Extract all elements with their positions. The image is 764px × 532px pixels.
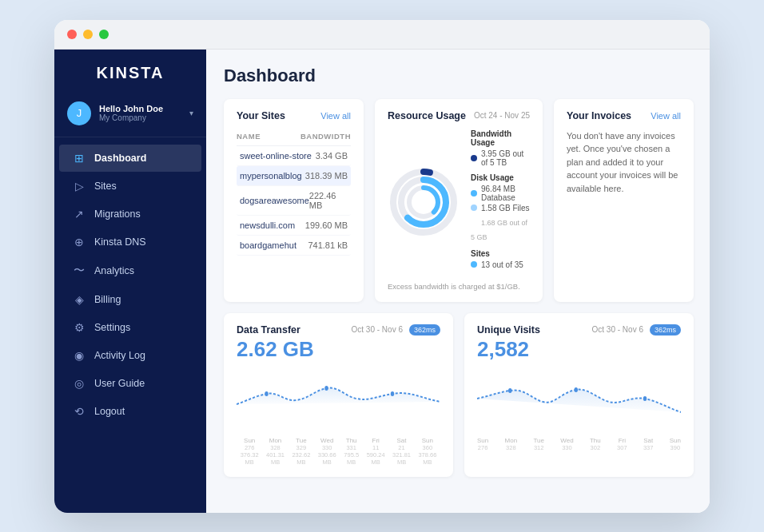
- disk-files-dot: [471, 204, 477, 211]
- resource-content: Bandwidth Usage 3.95 GB out of 5 TB Disk…: [388, 129, 530, 276]
- disk-db-dot: [471, 190, 477, 197]
- sidebar-item-user-guide[interactable]: ◎ User Guide: [59, 370, 201, 397]
- top-row: Your Sites View all NAME BANDWIDTH sweet…: [224, 99, 694, 302]
- disk-files-value: 1.58 GB Files: [481, 204, 530, 212]
- invoices-view-all[interactable]: View all: [651, 111, 681, 121]
- sidebar-item-analytics[interactable]: 〜 Analytics: [59, 256, 201, 285]
- unique-visits-card: Unique Visits Oct 30 - Nov 6 362ms 2,582: [464, 313, 694, 477]
- axis-label: Fri307: [617, 437, 627, 451]
- svg-point-6: [265, 391, 269, 396]
- your-sites-title: Your Sites: [237, 110, 285, 121]
- sidebar-label-settings: Settings: [94, 322, 130, 333]
- browser-chrome: [54, 20, 710, 50]
- dashboard-icon: ⊞: [72, 152, 86, 165]
- axis-label: Mon328: [505, 437, 518, 451]
- bandwidth-legend-group: Bandwidth Usage 3.95 GB out of 5 TB: [471, 129, 530, 167]
- legend-item: 96.84 MB Database: [471, 185, 530, 202]
- your-sites-header: Your Sites View all: [237, 110, 351, 121]
- sidebar-label-analytics: Analytics: [94, 265, 134, 276]
- sidebar-item-billing[interactable]: ◈ Billing: [59, 286, 201, 313]
- sites-icon: ▷: [72, 180, 86, 193]
- sites-value: 13 out of 35: [481, 260, 523, 269]
- data-transfer-header: Data Transfer Oct 30 - Nov 6 362ms: [237, 324, 440, 335]
- sidebar-item-kinsta-dns[interactable]: ⊕ Kinsta DNS: [59, 228, 201, 256]
- user-company: My Company: [99, 113, 181, 122]
- table-row[interactable]: mypersonalblog 318.39 MB: [237, 166, 351, 186]
- donut-chart: [388, 166, 460, 238]
- svg-point-11: [643, 396, 647, 401]
- data-transfer-value: 2.62 GB: [237, 337, 440, 362]
- sidebar: Kinsta J Hello John Doe My Company ▾ ⊞ D…: [54, 50, 206, 513]
- disk-legend-group: Disk Usage 96.84 MB Database 1.58 GB Fil…: [471, 173, 530, 243]
- bandwidth-legend-title: Bandwidth Usage: [471, 129, 530, 147]
- app-container: Kinsta J Hello John Doe My Company ▾ ⊞ D…: [54, 50, 710, 513]
- data-transfer-card: Data Transfer Oct 30 - Nov 6 362ms 2.62 …: [224, 313, 453, 477]
- settings-icon: ⚙: [72, 321, 86, 334]
- invoices-title: Your Invoices: [567, 110, 631, 121]
- axis-label: Tue329232.62 MB: [288, 437, 314, 466]
- sidebar-user[interactable]: J Hello John Doe My Company ▾: [54, 93, 206, 137]
- col-name: NAME: [237, 132, 261, 141]
- disk-total: 1.68 GB out of 5 GB: [471, 219, 527, 241]
- axis-label: Mon328401.31 MB: [262, 437, 288, 466]
- analytics-icon: 〜: [72, 264, 86, 278]
- kinsta-brand: Kinsta: [70, 64, 190, 82]
- guide-icon: ◎: [72, 377, 86, 390]
- axis-label: Wed330: [560, 437, 573, 451]
- billing-icon: ◈: [72, 293, 86, 306]
- user-name: Hello John Doe: [99, 104, 181, 113]
- svg-point-7: [324, 386, 328, 391]
- sidebar-label-activity-log: Activity Log: [94, 350, 145, 361]
- data-transfer-chart: [237, 368, 440, 432]
- table-row[interactable]: dogsareawesome 222.46 MB: [237, 186, 351, 216]
- sidebar-item-migrations[interactable]: ↗ Migrations: [59, 200, 201, 228]
- sites-table-header: NAME BANDWIDTH: [237, 129, 351, 146]
- unique-visits-badge: 362ms: [650, 324, 681, 335]
- sidebar-label-migrations: Migrations: [94, 208, 141, 220]
- axis-label: Fri11590.24 MB: [363, 437, 388, 466]
- table-row[interactable]: sweet-online-store 3.34 GB: [237, 146, 351, 166]
- sidebar-item-logout[interactable]: ⟲ Logout: [59, 398, 201, 425]
- dns-icon: ⊕: [72, 236, 86, 248]
- close-button[interactable]: [67, 30, 77, 39]
- legend-item: 1.58 GB Files: [471, 204, 530, 212]
- sidebar-item-sites[interactable]: ▷ Sites: [59, 173, 201, 200]
- axis-label: Sun360378.66 MB: [415, 437, 440, 466]
- unique-visits-title: Unique Visits: [477, 324, 540, 335]
- table-row[interactable]: newsdulli.com 199.60 MB: [237, 216, 351, 236]
- sidebar-label-user-guide: User Guide: [94, 378, 145, 389]
- sidebar-label-kinsta-dns: Kinsta DNS: [94, 236, 146, 248]
- unique-visits-date: Oct 30 - Nov 6: [592, 325, 643, 334]
- svg-point-10: [575, 387, 579, 392]
- sidebar-item-activity-log[interactable]: ◉ Activity Log: [59, 342, 201, 369]
- your-sites-view-all[interactable]: View all: [320, 111, 351, 121]
- disk-db-value: 96.84 MB Database: [481, 185, 530, 202]
- invoices-header: Your Invoices View all: [567, 110, 681, 121]
- sidebar-item-settings[interactable]: ⚙ Settings: [59, 314, 201, 341]
- axis-label: Wed330330.66 MB: [314, 437, 340, 466]
- chevron-down-icon: ▾: [189, 109, 193, 117]
- axis-label: Thu302: [590, 437, 601, 451]
- sidebar-label-dashboard: Dashboard: [94, 153, 146, 164]
- sidebar-label-logout: Logout: [94, 406, 125, 417]
- table-row[interactable]: boardgamehut 741.81 kB: [237, 236, 351, 256]
- sidebar-logo: Kinsta: [54, 50, 206, 93]
- sites-legend-title: Sites: [471, 249, 530, 258]
- resource-legend: Bandwidth Usage 3.95 GB out of 5 TB Disk…: [471, 129, 530, 276]
- bottom-row: Data Transfer Oct 30 - Nov 6 362ms 2.62 …: [224, 313, 694, 477]
- resource-header: Resource Usage Oct 24 - Nov 25: [388, 110, 530, 121]
- minimize-button[interactable]: [83, 30, 93, 39]
- disk-legend-title: Disk Usage: [471, 173, 530, 182]
- maximize-button[interactable]: [99, 30, 109, 39]
- legend-item: 3.95 GB out of 5 TB: [471, 149, 530, 167]
- resource-date: Oct 24 - Nov 25: [474, 111, 530, 120]
- sidebar-item-dashboard[interactable]: ⊞ Dashboard: [59, 145, 201, 172]
- axis-label: Sat21321.81 MB: [388, 437, 414, 466]
- resource-title: Resource Usage: [388, 110, 466, 121]
- sites-dot: [471, 261, 477, 268]
- axis-label: Sun276376.32 MB: [237, 437, 262, 466]
- svg-point-8: [391, 391, 395, 396]
- main-content: Dashboard Your Sites View all NAME BANDW…: [206, 50, 710, 513]
- unique-visits-chart: [477, 368, 681, 432]
- sidebar-nav: ⊞ Dashboard ▷ Sites ↗ Migrations ⊕ Kinst…: [54, 144, 206, 426]
